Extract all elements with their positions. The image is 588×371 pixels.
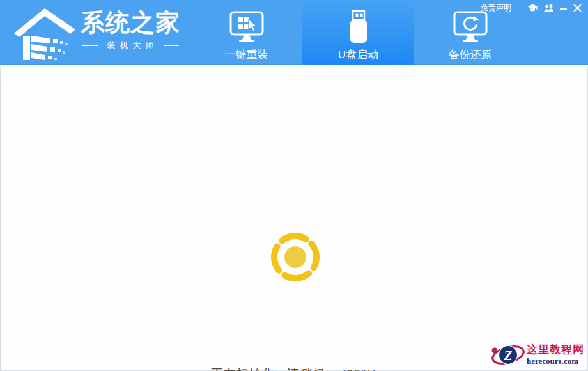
- close-icon[interactable]: [573, 4, 582, 12]
- minimize-icon[interactable]: [560, 4, 568, 12]
- app-window: 系统之家 装机大师: [0, 0, 588, 371]
- loading-spinner-icon: [268, 230, 322, 284]
- tab-one-click-reinstall[interactable]: 一键重装: [190, 0, 302, 65]
- tab-label: 一键重装: [225, 47, 268, 62]
- logo-subtitle: 装机大师: [103, 40, 159, 51]
- users-icon[interactable]: [543, 4, 554, 12]
- logo-subtitle-row: 装机大师: [81, 40, 180, 51]
- house-logo-icon: [13, 4, 78, 63]
- watermark-site-name: 这里教程网: [527, 343, 584, 356]
- dash-left: [82, 45, 98, 46]
- main-content: 正在初始化，请稍候... (25%) Z 这里教程网 herecours.com: [0, 67, 588, 371]
- disclaimer-link[interactable]: 免责声明: [481, 3, 511, 13]
- topbar-icons: [528, 4, 582, 12]
- usb-drive-icon: [344, 9, 373, 44]
- logo-text: 系统之家 装机大师: [81, 9, 180, 51]
- dash-right: [164, 45, 179, 46]
- monitor-windows-icon: [229, 9, 265, 44]
- tab-usb-boot[interactable]: U盘启动: [302, 0, 414, 65]
- watermark-site-url: herecours.com: [527, 356, 584, 367]
- monitor-restore-icon: [453, 9, 488, 44]
- watermark-text: 这里教程网 herecours.com: [527, 343, 584, 367]
- tab-label: 备份还原: [449, 47, 492, 62]
- main-tabs: 一键重装 U盘启动: [190, 0, 526, 65]
- watermark-logo-icon: Z: [491, 342, 525, 368]
- logo-title: 系统之家: [81, 9, 180, 37]
- graduation-cap-icon[interactable]: [528, 4, 538, 12]
- watermark-letter: Z: [504, 348, 513, 363]
- header: 系统之家 装机大师: [0, 0, 588, 65]
- topbar: 免责声明: [481, 3, 582, 13]
- watermark: Z 这里教程网 herecours.com: [491, 342, 585, 368]
- app-logo: 系统之家 装机大师: [13, 4, 180, 63]
- tab-label: U盘启动: [338, 47, 378, 62]
